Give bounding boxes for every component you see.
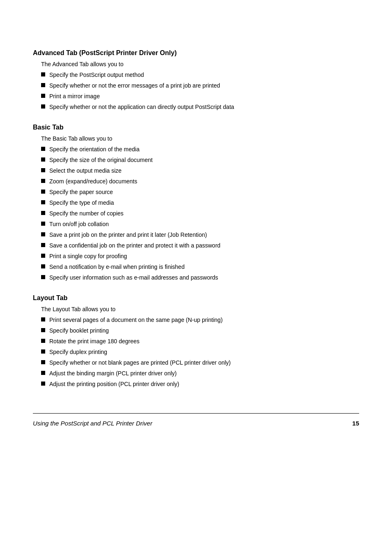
- bullet-icon: [41, 339, 45, 343]
- list-item: Print a mirror image: [41, 92, 359, 101]
- list-item: Specify the type of media: [41, 199, 359, 207]
- list-item-text: Specify whether or not the error message…: [49, 81, 220, 90]
- bullet-icon: [41, 190, 45, 194]
- list-item: Rotate the print image 180 degrees: [41, 337, 359, 346]
- list-item: Adjust the printing position (PCL printe…: [41, 380, 359, 388]
- list-item: Zoom (expand/reduce) documents: [41, 177, 359, 186]
- list-item: Specify user information such as e-mail …: [41, 273, 359, 282]
- bullet-icon: [41, 232, 45, 236]
- list-item-text: Zoom (expand/reduce) documents: [49, 177, 137, 186]
- list-item-text: Specify the number of copies: [49, 209, 124, 218]
- section-title-advanced-tab: Advanced Tab (PostScript Printer Driver …: [33, 49, 359, 57]
- list-item: Specify duplex printing: [41, 348, 359, 356]
- section-intro-advanced-tab: The Advanced Tab allows you to: [41, 61, 359, 67]
- list-item-text: Save a confidential job on the printer a…: [49, 241, 220, 250]
- list-item-text: Specify booklet printing: [49, 326, 109, 335]
- list-item: Specify whether or not blank pages are p…: [41, 358, 359, 367]
- bullet-icon: [41, 200, 45, 204]
- bullet-list-advanced-tab: Specify the PostScript output methodSpec…: [41, 71, 359, 111]
- list-item-text: Print a single copy for proofing: [49, 252, 127, 261]
- bullet-icon: [41, 317, 45, 321]
- list-item-text: Specify whether or not blank pages are p…: [49, 358, 231, 367]
- bullet-list-layout-tab: Print several pages of a document on the…: [41, 316, 359, 388]
- sections-container: Advanced Tab (PostScript Printer Driver …: [33, 49, 359, 388]
- list-item: Specify the PostScript output method: [41, 71, 359, 79]
- section-basic-tab: Basic TabThe Basic Tab allows you toSpec…: [33, 124, 359, 282]
- bullet-icon: [41, 349, 45, 354]
- list-item: Turn on/off job collation: [41, 220, 359, 229]
- bullet-icon: [41, 211, 45, 215]
- bullet-icon: [41, 371, 45, 375]
- section-advanced-tab: Advanced Tab (PostScript Printer Driver …: [33, 49, 359, 111]
- list-item-text: Specify whether or not the application c…: [49, 103, 234, 111]
- bullet-icon: [41, 83, 45, 87]
- bullet-icon: [41, 104, 45, 109]
- list-item-text: Rotate the print image 180 degrees: [49, 337, 139, 346]
- section-title-layout-tab: Layout Tab: [33, 294, 359, 302]
- list-item: Print a single copy for proofing: [41, 252, 359, 261]
- footer-divider: [33, 413, 359, 414]
- bullet-icon: [41, 168, 45, 172]
- page: Advanced Tab (PostScript Printer Driver …: [0, 0, 392, 555]
- list-item: Save a print job on the printer and prin…: [41, 231, 359, 239]
- list-item: Specify the size of the original documen…: [41, 156, 359, 164]
- list-item: Specify the paper source: [41, 188, 359, 197]
- section-intro-basic-tab: The Basic Tab allows you to: [41, 135, 359, 142]
- list-item-text: Save a print job on the printer and prin…: [49, 231, 207, 239]
- list-item-text: Specify the paper source: [49, 188, 113, 197]
- bullet-icon: [41, 328, 45, 332]
- list-item: Print several pages of a document on the…: [41, 316, 359, 324]
- list-item: Specify whether or not the application c…: [41, 103, 359, 111]
- section-title-basic-tab: Basic Tab: [33, 124, 359, 131]
- bullet-icon: [41, 157, 45, 162]
- list-item-text: Select the output media size: [49, 166, 122, 175]
- list-item-text: Print several pages of a document on the…: [49, 316, 223, 324]
- list-item-text: Print a mirror image: [49, 92, 100, 101]
- footer-page: 15: [352, 420, 359, 427]
- bullet-icon: [41, 254, 45, 258]
- bullet-icon: [41, 264, 45, 268]
- bullet-icon: [41, 222, 45, 226]
- list-item-text: Adjust the binding margin (PCL printer d…: [49, 369, 177, 378]
- list-item: Specify the orientation of the media: [41, 145, 359, 154]
- list-item-text: Specify the size of the original documen…: [49, 156, 152, 164]
- footer-text: Using the PostScript and PCL Printer Dri…: [33, 420, 152, 427]
- bullet-icon: [41, 147, 45, 151]
- list-item: Save a confidential job on the printer a…: [41, 241, 359, 250]
- bullet-icon: [41, 382, 45, 386]
- list-item-text: Adjust the printing position (PCL printe…: [49, 380, 179, 388]
- bullet-icon: [41, 72, 45, 76]
- list-item: Specify booklet printing: [41, 326, 359, 335]
- bullet-icon: [41, 179, 45, 183]
- list-item-text: Turn on/off job collation: [49, 220, 109, 229]
- list-item-text: Specify the PostScript output method: [49, 71, 144, 79]
- footer: Using the PostScript and PCL Printer Dri…: [33, 418, 359, 427]
- section-intro-layout-tab: The Layout Tab allows you to: [41, 306, 359, 312]
- bullet-list-basic-tab: Specify the orientation of the mediaSpec…: [41, 145, 359, 282]
- list-item: Specify whether or not the error message…: [41, 81, 359, 90]
- bullet-icon: [41, 243, 45, 247]
- list-item-text: Specify the type of media: [49, 199, 114, 207]
- list-item: Send a notification by e-mail when print…: [41, 263, 359, 271]
- list-item: Select the output media size: [41, 166, 359, 175]
- list-item-text: Specify user information such as e-mail …: [49, 273, 218, 282]
- list-item-text: Specify duplex printing: [49, 348, 107, 356]
- list-item-text: Send a notification by e-mail when print…: [49, 263, 184, 271]
- bullet-icon: [41, 275, 45, 279]
- list-item: Specify the number of copies: [41, 209, 359, 218]
- bullet-icon: [41, 94, 45, 98]
- list-item-text: Specify the orientation of the media: [49, 145, 139, 154]
- list-item: Adjust the binding margin (PCL printer d…: [41, 369, 359, 378]
- bullet-icon: [41, 360, 45, 364]
- section-layout-tab: Layout TabThe Layout Tab allows you toPr…: [33, 294, 359, 388]
